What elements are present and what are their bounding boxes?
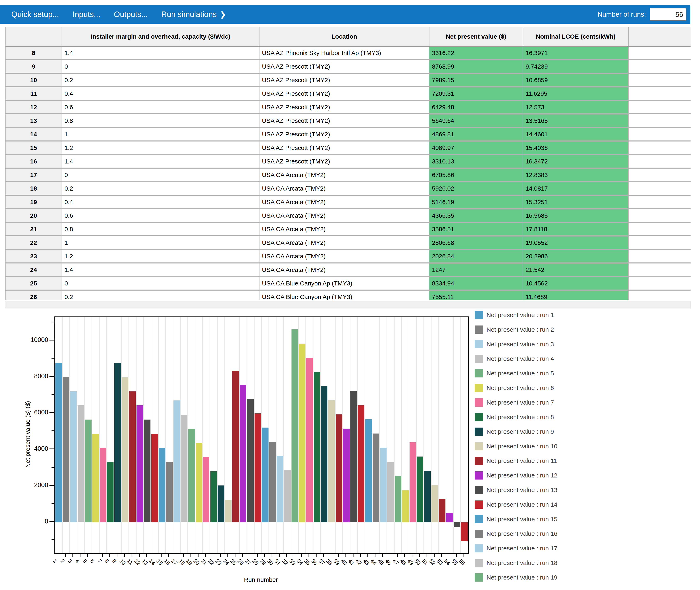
header-installer-margin[interactable]: Installer margin and overhead, capacity … (62, 27, 259, 46)
row-number-cell[interactable]: 15 (6, 141, 62, 154)
margin-cell[interactable]: 1.2 (62, 250, 259, 263)
row-number-cell[interactable]: 9 (6, 60, 62, 73)
location-cell[interactable]: USA CA Arcata (TMY2) (259, 236, 430, 249)
margin-cell[interactable]: 0.8 (62, 223, 259, 235)
legend-item: Net present value : run 14 (475, 500, 557, 509)
x-tick-label: 56 (458, 558, 466, 566)
location-cell[interactable]: USA AZ Prescott (TMY2) (259, 155, 430, 168)
bar (380, 448, 386, 522)
location-cell[interactable]: USA AZ Prescott (TMY2) (259, 74, 430, 86)
margin-cell[interactable]: 0.2 (62, 74, 259, 86)
row-number-cell[interactable]: 8 (6, 46, 62, 59)
row-number-cell[interactable]: 24 (6, 264, 62, 276)
x-axis-tick (316, 553, 317, 557)
margin-cell[interactable]: 0 (62, 169, 259, 181)
margin-cell[interactable]: 0.2 (62, 291, 259, 300)
margin-cell[interactable]: 1 (62, 236, 259, 249)
row-number-cell[interactable]: 23 (6, 250, 62, 263)
header-lcoe[interactable]: Nominal LCOE (cents/kWh) (523, 27, 628, 46)
margin-cell[interactable]: 1.4 (62, 264, 259, 276)
table-row: 221USA CA Arcata (TMY2)2806.6819.0552 (6, 236, 691, 250)
menu-quick-setup[interactable]: Quick setup... (11, 10, 59, 19)
row-number-cell[interactable]: 16 (6, 155, 62, 168)
row-filler (628, 196, 690, 208)
location-cell[interactable]: USA CA Blue Canyon Ap (TMY3) (259, 277, 430, 290)
location-cell[interactable]: USA CA Arcata (TMY2) (259, 250, 430, 263)
row-number-cell[interactable]: 19 (6, 196, 62, 208)
location-cell[interactable]: USA AZ Prescott (TMY2) (259, 141, 430, 154)
location-cell[interactable]: USA AZ Prescott (TMY2) (259, 87, 430, 100)
row-number-cell[interactable]: 12 (6, 101, 62, 113)
chart-legend: Net present value : run 1Net present val… (475, 310, 557, 588)
run-simulations-button[interactable]: Run simulations ❯ (161, 10, 226, 19)
margin-cell[interactable]: 1 (62, 128, 259, 140)
margin-cell[interactable]: 1.4 (62, 155, 259, 168)
legend-label: Net present value : run 15 (486, 516, 557, 523)
x-axis-tick (87, 553, 88, 557)
location-cell[interactable]: USA AZ Prescott (TMY2) (259, 60, 430, 73)
row-number-cell[interactable]: 22 (6, 236, 62, 249)
number-of-runs-input[interactable] (650, 8, 686, 21)
row-number-cell[interactable]: 17 (6, 169, 62, 181)
location-cell[interactable]: USA AZ Prescott (TMY2) (259, 114, 430, 127)
location-cell[interactable]: USA CA Arcata (TMY2) (259, 264, 430, 276)
location-cell[interactable]: USA CA Arcata (TMY2) (259, 223, 430, 235)
x-axis-tick (286, 553, 287, 557)
npv-cell: 2806.68 (430, 236, 523, 249)
location-cell[interactable]: USA AZ Prescott (TMY2) (259, 128, 430, 140)
lcoe-cell: 15.4036 (523, 141, 628, 154)
number-of-runs-group: Number of runs: (597, 8, 690, 21)
legend-label: Net present value : run 2 (486, 326, 554, 333)
margin-cell[interactable]: 0.4 (62, 196, 259, 208)
location-cell[interactable]: USA AZ Phoenix Sky Harbor Intl Ap (TMY3) (259, 46, 430, 59)
row-number-cell[interactable]: 14 (6, 128, 62, 140)
bar (446, 513, 453, 522)
location-cell[interactable]: USA CA Blue Canyon Ap (TMY3) (259, 291, 430, 300)
location-cell[interactable]: USA CA Arcata (TMY2) (259, 169, 430, 181)
bar (410, 442, 416, 522)
legend-swatch (475, 325, 483, 334)
lcoe-cell: 16.5685 (523, 209, 628, 222)
horizontal-scrollbar[interactable] (5, 301, 691, 308)
row-number-cell[interactable]: 26 (6, 291, 62, 300)
margin-cell[interactable]: 0.8 (62, 114, 259, 127)
margin-cell[interactable]: 0 (62, 277, 259, 290)
margin-cell[interactable]: 0.6 (62, 101, 259, 113)
x-axis-tick (382, 553, 383, 557)
bar (85, 419, 92, 522)
menu-outputs[interactable]: Outputs... (114, 10, 148, 19)
npv-cell: 5926.02 (430, 182, 523, 195)
legend-item: Net present value : run 11 (475, 456, 557, 465)
row-number-cell[interactable]: 11 (6, 87, 62, 100)
row-number-cell[interactable]: 13 (6, 114, 62, 127)
margin-cell[interactable]: 0.4 (62, 87, 259, 100)
bar (225, 500, 232, 522)
header-npv[interactable]: Net present value ($) (430, 27, 523, 46)
location-cell[interactable]: USA CA Arcata (TMY2) (259, 209, 430, 222)
row-number-cell[interactable]: 21 (6, 223, 62, 235)
header-row-number[interactable] (6, 27, 62, 46)
lcoe-cell: 13.5165 (523, 114, 628, 127)
location-cell[interactable]: USA AZ Prescott (TMY2) (259, 101, 430, 113)
parametric-table: Installer margin and overhead, capacity … (5, 27, 691, 300)
row-number-cell[interactable]: 20 (6, 209, 62, 222)
row-number-cell[interactable]: 10 (6, 74, 62, 86)
margin-cell[interactable]: 1.4 (62, 46, 259, 59)
bar (358, 405, 364, 522)
margin-cell[interactable]: 0.6 (62, 209, 259, 222)
legend-label: Net present value : run 16 (486, 530, 557, 537)
legend-item: Net present value : run 15 (475, 515, 557, 524)
table-row: 90USA AZ Prescott (TMY2)8768.999.74239 (6, 60, 691, 74)
row-number-cell[interactable]: 25 (6, 277, 62, 290)
bar (387, 462, 394, 522)
table-row: 250USA CA Blue Canyon Ap (TMY3)8334.9410… (6, 277, 691, 291)
row-number-cell[interactable]: 18 (6, 182, 62, 195)
margin-cell[interactable]: 0.2 (62, 182, 259, 195)
header-location[interactable]: Location (259, 27, 430, 46)
margin-cell[interactable]: 0 (62, 60, 259, 73)
location-cell[interactable]: USA CA Arcata (TMY2) (259, 182, 430, 195)
bar (188, 429, 195, 522)
margin-cell[interactable]: 1.2 (62, 141, 259, 154)
menu-inputs[interactable]: Inputs... (73, 10, 100, 19)
location-cell[interactable]: USA CA Arcata (TMY2) (259, 196, 430, 208)
